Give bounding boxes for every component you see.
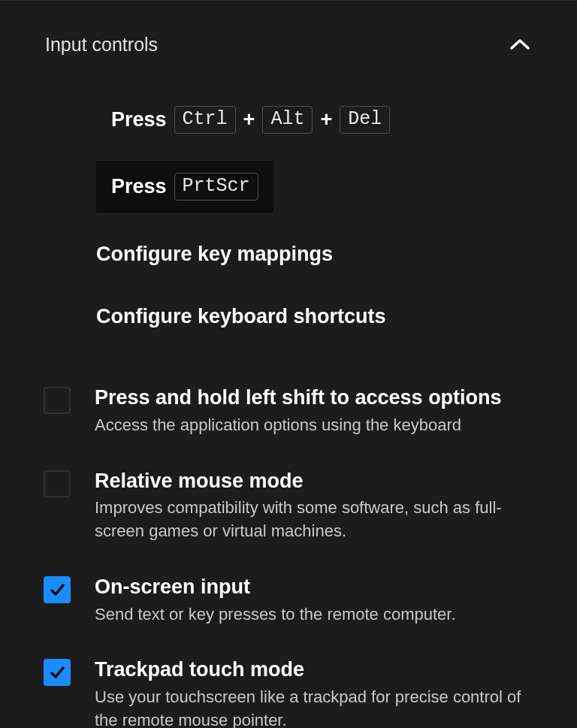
option-on-screen-input: On-screen input Send text or key presses… <box>44 575 535 627</box>
checkbox-trackpad-touch[interactable] <box>44 659 71 686</box>
option-title: On-screen input <box>95 575 535 600</box>
key-del: Del <box>340 106 390 134</box>
key-separator: + <box>243 108 255 131</box>
option-trackpad-touch: Trackpad touch mode Use your touchscreen… <box>44 657 535 728</box>
option-desc: Access the application options using the… <box>95 414 535 437</box>
option-relative-mouse: Relative mouse mode Improves compatibili… <box>44 469 535 543</box>
checkbox-press-hold-shift[interactable] <box>44 387 71 414</box>
options-list: Press and hold left shift to access opti… <box>0 385 577 728</box>
option-desc: Send text or key presses to the remote c… <box>95 603 535 627</box>
option-text: Relative mouse mode Improves compatibili… <box>95 469 535 543</box>
key-alt: Alt <box>262 106 313 134</box>
option-title: Trackpad touch mode <box>95 657 535 683</box>
configure-keyboard-shortcuts-button[interactable]: Configure keyboard shortcuts <box>96 290 577 343</box>
section-header[interactable]: Input controls <box>0 1 577 64</box>
option-text: On-screen input Send text or key presses… <box>95 575 535 627</box>
input-controls-panel: Input controls Press Ctrl + Alt + Del Pr… <box>0 0 577 728</box>
action-list: Press Ctrl + Alt + Del Press PrtScr <box>0 64 577 213</box>
checkbox-relative-mouse[interactable] <box>44 470 71 497</box>
section-title: Input controls <box>45 34 158 56</box>
option-title: Relative mouse mode <box>95 469 535 494</box>
option-text: Press and hold left shift to access opti… <box>95 385 535 437</box>
chevron-up-icon[interactable] <box>508 32 532 56</box>
press-ctrl-alt-del-button[interactable]: Press Ctrl + Alt + Del <box>96 94 405 146</box>
key-ctrl: Ctrl <box>174 106 236 134</box>
checkbox-on-screen-input[interactable] <box>44 576 71 603</box>
configure-key-mappings-button[interactable]: Configure key mappings <box>96 228 577 281</box>
option-desc: Use your touchscreen like a trackpad for… <box>95 686 535 728</box>
key-separator: + <box>320 108 332 131</box>
press-prtscr-button[interactable]: Press PrtScr <box>96 161 273 213</box>
option-press-hold-shift: Press and hold left shift to access opti… <box>44 385 535 437</box>
action-prefix: Press <box>111 175 167 198</box>
option-title: Press and hold left shift to access opti… <box>95 385 535 411</box>
option-text: Trackpad touch mode Use your touchscreen… <box>95 657 535 728</box>
key-prtscr: PrtScr <box>174 173 258 201</box>
action-prefix: Press <box>111 108 167 131</box>
option-desc: Improves compatibility with some softwar… <box>95 497 535 543</box>
